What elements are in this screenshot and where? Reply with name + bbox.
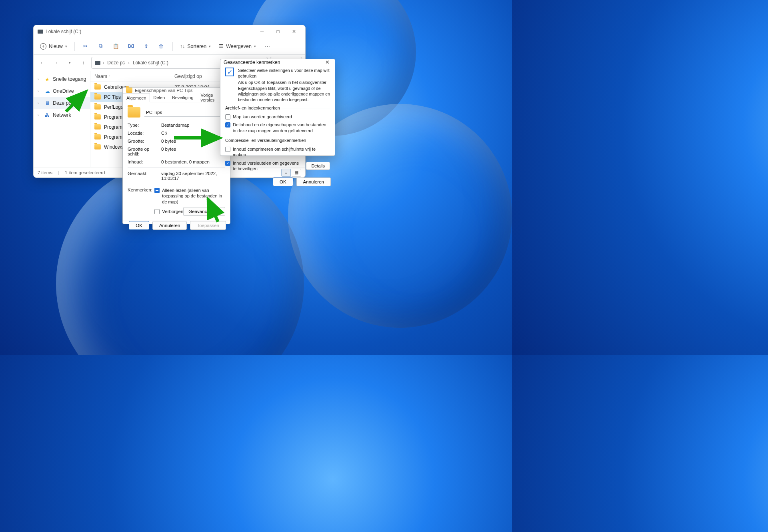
sidebar-item-onedrive[interactable]: › ☁ OneDrive (34, 85, 90, 97)
file-name: Windows (104, 144, 124, 150)
sidebar-item-this-pc[interactable]: › 🖥 Deze pc (34, 97, 90, 109)
star-icon: ★ (44, 76, 50, 82)
tab-security[interactable]: Beveiliging (168, 93, 197, 102)
forward-button[interactable]: → (50, 57, 62, 68)
compress-checkbox[interactable] (225, 147, 230, 152)
label-created: Gemaakt: (128, 171, 161, 181)
index-label: De inhoud en de eigenschappen van bestan… (233, 122, 330, 133)
archive-checkbox[interactable] (225, 114, 230, 120)
sidebar-label: Snelle toegang (53, 76, 86, 82)
chevron-right-icon: › (38, 89, 42, 93)
titlebar[interactable]: Lokale schijf (C:) ─ □ ✕ (34, 25, 305, 38)
value-size-on-disk: 0 bytes (161, 147, 225, 156)
crumb-this-pc[interactable]: Deze pc (106, 59, 126, 66)
chevron-right-icon: › (128, 61, 129, 65)
folder-icon (94, 84, 101, 90)
value-contents: 0 bestanden, 0 mappen (161, 159, 225, 164)
chevron-right-icon: › (38, 101, 42, 105)
chevron-right-icon: › (38, 113, 42, 117)
rename-icon: ⌧ (128, 43, 134, 49)
new-label: Nieuw (49, 44, 63, 49)
advanced-attributes-dialog: Geavanceerde kenmerken ✕ ✓ Selecteer wel… (220, 59, 335, 156)
cancel-button[interactable]: Annuleren (152, 221, 187, 230)
tab-previous[interactable]: Vorige versies (197, 93, 218, 102)
folder-icon (94, 134, 101, 139)
folder-icon (126, 88, 132, 93)
share-button[interactable]: ⇪ (140, 40, 153, 52)
chevron-down-icon: ▾ (209, 44, 211, 48)
tab-strip: Algemeen Delen Beveiliging Vorige versie… (123, 93, 230, 102)
close-button[interactable]: ✕ (287, 26, 301, 37)
chevron-right-icon: › (103, 61, 104, 65)
maximize-button[interactable]: □ (271, 26, 285, 37)
col-modified[interactable]: Gewijzigd op (174, 74, 202, 79)
view-menu[interactable]: ☰ Weergeven ▾ (216, 40, 259, 52)
sidebar-label: Netwerk (53, 112, 71, 118)
folder-name-field[interactable]: PC Tips (144, 108, 225, 117)
archive-index-group: Archief- en indexkenmerken Map kan worde… (225, 106, 330, 135)
view-label: Weergeven (226, 44, 252, 49)
separator (74, 42, 75, 51)
cancel-button[interactable]: Annuleren (296, 177, 331, 186)
tab-sharing[interactable]: Delen (150, 93, 169, 102)
encrypt-label: Inhoud versleutelen om gegevens te bevei… (233, 160, 303, 172)
rename-button[interactable]: ⌧ (124, 40, 138, 52)
separator (172, 42, 173, 51)
properties-dialog: Eigenschappen van PC Tips Algemeen Delen… (122, 87, 230, 224)
paste-button[interactable]: 📋 (109, 40, 123, 52)
apply-button[interactable]: Toepassen (190, 221, 226, 230)
close-button[interactable]: ✕ (323, 59, 332, 65)
readonly-label: Alleen-lezen (alleen van toepassing op d… (162, 187, 225, 205)
checkmark-icon: ✓ (225, 68, 234, 76)
more-menu[interactable]: ⋯ (261, 40, 274, 52)
sort-asc-icon: ˄ (109, 75, 110, 79)
sidebar-item-quick-access[interactable]: › ★ Snelle toegang (34, 73, 90, 85)
folder-icon (94, 124, 101, 130)
back-button[interactable]: ← (37, 57, 48, 68)
folder-icon (94, 114, 101, 120)
file-name: PC Tips (104, 94, 121, 100)
drive-icon (95, 61, 100, 65)
copy-button[interactable]: ⧉ (94, 40, 108, 52)
col-name[interactable]: Naam (94, 74, 107, 79)
ok-button[interactable]: OK (129, 221, 149, 230)
trash-icon: 🗑 (159, 44, 164, 49)
ok-button[interactable]: OK (273, 177, 293, 186)
intro-text: Selecteer welke instellingen u voor deze… (238, 68, 330, 102)
window-title: Lokale schijf (C:) (46, 29, 81, 34)
dialog-title: Eigenschappen van PC Tips (135, 88, 192, 93)
label-location: Locatie: (128, 131, 161, 135)
sort-label: Sorteren (187, 44, 206, 49)
hidden-checkbox[interactable] (154, 209, 160, 214)
details-button[interactable]: Details (306, 162, 330, 170)
encrypt-checkbox[interactable] (225, 161, 230, 166)
scissors-icon: ✂ (83, 43, 88, 49)
chevron-right-icon: › (38, 77, 42, 81)
share-icon: ⇪ (144, 43, 148, 49)
network-icon: 🖧 (44, 112, 50, 118)
folder-icon (94, 94, 101, 100)
sidebar-label: OneDrive (53, 88, 74, 94)
index-checkbox[interactable] (225, 122, 230, 128)
new-menu[interactable]: + Nieuw ▾ (37, 40, 70, 52)
sidebar-label: Deze pc (53, 100, 71, 106)
crumb-drive[interactable]: Lokale schijf (C:) (132, 59, 169, 66)
titlebar[interactable]: Eigenschappen van PC Tips (123, 88, 230, 93)
folder-name: PC Tips (146, 110, 162, 115)
sidebar-item-network[interactable]: › 🖧 Netwerk (34, 109, 90, 121)
tab-general[interactable]: Algemeen (123, 93, 150, 102)
cut-button[interactable]: ✂ (79, 40, 92, 52)
delete-button[interactable]: 🗑 (155, 40, 168, 52)
sort-menu[interactable]: ↑↓ Sorteren ▾ (177, 40, 214, 52)
titlebar[interactable]: Geavanceerde kenmerken ✕ (220, 59, 335, 65)
dialog-title: Geavanceerde kenmerken (224, 60, 280, 65)
command-bar: + Nieuw ▾ ✂ ⧉ 📋 ⌧ ⇪ 🗑 ↑↓ Sorteren ▾ ☰ We… (34, 38, 305, 55)
readonly-checkbox[interactable] (154, 188, 160, 193)
folder-icon (94, 104, 101, 110)
ellipsis-icon: ⋯ (265, 43, 270, 49)
advanced-button[interactable]: Geavanceerd... (183, 207, 225, 216)
cloud-icon: ☁ (44, 88, 50, 94)
minimize-button[interactable]: ─ (255, 26, 269, 37)
recent-chevron[interactable]: ▾ (64, 57, 75, 68)
up-button[interactable]: ↑ (78, 57, 89, 68)
